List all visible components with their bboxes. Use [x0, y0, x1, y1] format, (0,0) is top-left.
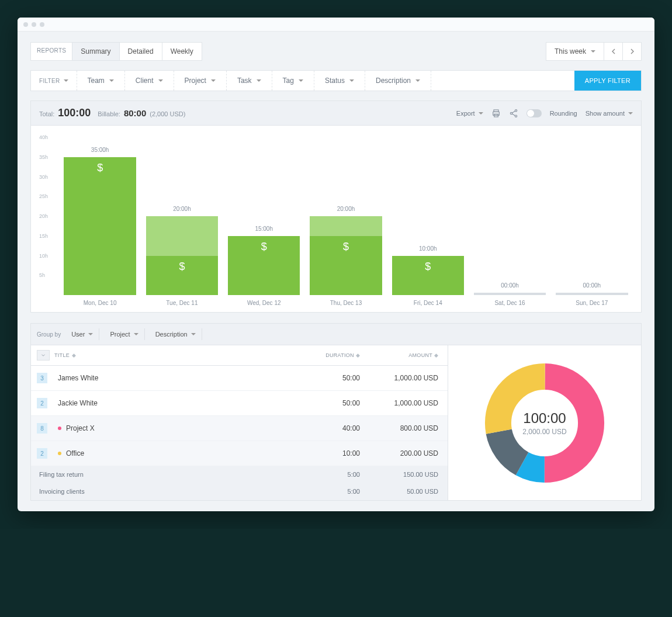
- chevron-down-icon: [191, 333, 196, 335]
- x-tick: Fri, Dec 14: [387, 300, 469, 306]
- bar-label: 00:00h: [556, 282, 628, 289]
- group-by-user[interactable]: User: [65, 328, 99, 340]
- bar-label: 35:00h: [64, 147, 136, 153]
- dollar-icon: $: [146, 261, 218, 273]
- window-dot: [40, 22, 44, 27]
- project-color-dot: [58, 427, 61, 430]
- filter-project[interactable]: Project: [174, 71, 227, 91]
- col-title[interactable]: TITLE◆: [54, 352, 290, 358]
- dollar-icon: $: [64, 162, 136, 174]
- bar-segment-billable: $: [228, 236, 300, 295]
- table-row[interactable]: 2Jackie White50:001,000.00 USD: [31, 391, 448, 416]
- count-badge: 2: [37, 398, 47, 408]
- bar-segment-billable: $: [310, 236, 382, 295]
- window-titlebar: [18, 18, 654, 32]
- group-by-bar: Group by UserProjectDescription: [30, 323, 642, 345]
- table-row[interactable]: 2Office10:00200.00 USD: [31, 441, 448, 466]
- bar-label: 15:00h: [228, 226, 300, 232]
- donut-total: 100:00: [523, 410, 566, 427]
- date-range-value: This week: [555, 47, 586, 56]
- summary-panel: Total: 100:00 Billable: 80:00 (2,000 USD…: [30, 100, 642, 313]
- svg-line-6: [512, 111, 515, 113]
- chevron-down-icon: [415, 79, 420, 82]
- col-duration[interactable]: DURATION ◆: [290, 352, 360, 358]
- bar-segment-nonbillable: [146, 216, 218, 256]
- billable-amount: (2,000 USD): [150, 110, 185, 117]
- chevron-down-icon: [591, 50, 595, 53]
- bar-segment-nonbillable: [310, 216, 382, 236]
- group-by-description[interactable]: Description: [150, 328, 202, 340]
- share-button[interactable]: [509, 109, 518, 118]
- chevron-down-icon: [211, 79, 216, 82]
- x-tick: Tue, Dec 11: [141, 300, 223, 306]
- show-amount-dropdown[interactable]: Show amount: [586, 110, 633, 117]
- print-button[interactable]: [491, 109, 501, 118]
- tab-detailed[interactable]: Detailed: [120, 43, 162, 60]
- bar-segment-billable: $: [392, 256, 464, 296]
- chevron-down-icon: [299, 79, 303, 82]
- sort-icon: ◆: [356, 352, 360, 358]
- col-amount[interactable]: AMOUNT ◆: [360, 352, 442, 358]
- project-color-dot: [58, 452, 61, 455]
- share-icon: [509, 109, 518, 118]
- count-badge: 8: [37, 423, 47, 434]
- bar-column: 00:00h: [469, 137, 550, 295]
- expand-all-button[interactable]: [37, 350, 50, 361]
- count-badge: 2: [37, 448, 47, 459]
- chevron-down-icon: [88, 333, 93, 335]
- bar-column: 10:00h$: [387, 137, 469, 295]
- table-row[interactable]: Filing tax return5:00150.00 USD: [31, 466, 448, 483]
- sort-icon: ◆: [72, 352, 76, 358]
- dollar-icon: $: [310, 241, 382, 253]
- bar-label: 00:00h: [474, 282, 546, 289]
- bar-segment-billable: $: [146, 256, 218, 296]
- donut-chart: 100:00 2,000.00 USD: [448, 345, 641, 500]
- chevron-down-icon: [40, 352, 46, 358]
- donut-subtotal: 2,000.00 USD: [522, 428, 566, 436]
- chevron-down-icon: [479, 112, 483, 115]
- x-tick: Thu, Dec 13: [305, 300, 387, 306]
- filter-task[interactable]: Task: [227, 71, 272, 91]
- bar-label: 20:00h: [310, 206, 382, 212]
- y-tick: 30h: [39, 174, 48, 180]
- rounding-toggle[interactable]: [526, 109, 542, 117]
- summary-stats: Total: 100:00 Billable: 80:00 (2,000 USD…: [39, 107, 185, 119]
- x-tick: Sat, Dec 16: [469, 300, 550, 306]
- window-dot: [32, 22, 36, 27]
- chevron-down-icon: [134, 333, 138, 335]
- filter-label[interactable]: FILTER: [31, 71, 77, 91]
- x-tick: Wed, Dec 12: [223, 300, 305, 306]
- filter-status[interactable]: Status: [314, 71, 365, 91]
- date-range-select[interactable]: This week: [546, 42, 604, 61]
- table-row[interactable]: Invoicing clients5:0050.00 USD: [31, 483, 448, 500]
- bar-column: 20:00h$: [141, 137, 223, 295]
- filter-description[interactable]: Description: [365, 71, 431, 91]
- count-badge: 3: [37, 373, 47, 383]
- tabs-label: REPORTS: [31, 43, 72, 60]
- sort-icon: ◆: [434, 352, 438, 358]
- table-row[interactable]: 8Project X40:00800.00 USD: [31, 416, 448, 441]
- chevron-left-icon: [609, 47, 618, 56]
- group-by-project[interactable]: Project: [104, 328, 144, 340]
- tab-weekly[interactable]: Weekly: [162, 43, 202, 60]
- filter-client[interactable]: Client: [125, 71, 174, 91]
- chevron-down-icon: [628, 112, 633, 115]
- hours-chart: 5h10h15h20h25h30h35h40h35:00h$20:00h$15:…: [31, 126, 641, 312]
- export-dropdown[interactable]: Export: [456, 110, 483, 117]
- filter-tag[interactable]: Tag: [272, 71, 314, 91]
- date-prev-button[interactable]: [604, 42, 623, 61]
- y-tick: 15h: [39, 233, 48, 239]
- y-tick: 25h: [39, 193, 48, 199]
- dollar-icon: $: [392, 261, 464, 273]
- filter-team[interactable]: Team: [77, 71, 125, 91]
- y-tick: 35h: [39, 154, 48, 160]
- chevron-right-icon: [628, 47, 637, 56]
- table-header: TITLE◆ DURATION ◆ AMOUNT ◆: [31, 345, 448, 366]
- apply-filter-button[interactable]: APPLY FILTER: [574, 71, 641, 91]
- rounding-label: Rounding: [550, 110, 577, 117]
- date-next-button[interactable]: [623, 42, 642, 61]
- table-row[interactable]: 3James White50:001,000.00 USD: [31, 366, 448, 391]
- y-tick: 10h: [39, 253, 48, 259]
- total-hours: 100:00: [58, 107, 91, 119]
- tab-summary[interactable]: Summary: [72, 43, 119, 60]
